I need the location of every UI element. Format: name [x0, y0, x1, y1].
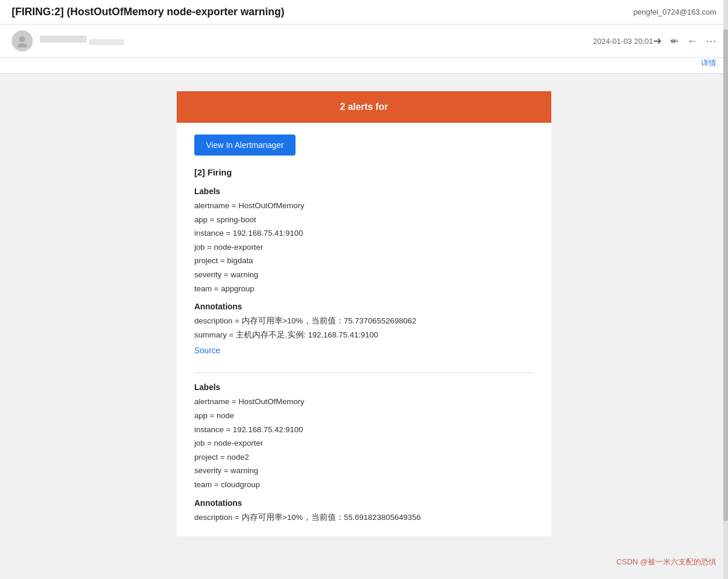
- label-row: severity = warning: [194, 464, 534, 477]
- label-row: alertname = HostOutOfMemory: [194, 199, 534, 212]
- labels-list-2: alertname = HostOutOfMemory app = node i…: [194, 395, 534, 491]
- annotation-row: description = 内存可用率>10%，当前值：75.737065526…: [194, 315, 534, 328]
- label-row: instance = 192.168.75.41:9100: [194, 227, 534, 240]
- email-subject-title: [FIRING:2] (HostOutOfMemory node-exporte…: [12, 6, 284, 18]
- label-row: job = node-exporter: [194, 437, 534, 450]
- label-row: app = node: [194, 409, 534, 422]
- label-row: severity = warning: [194, 268, 534, 281]
- sender-info: [40, 36, 581, 47]
- alert-item-1: Labels alertname = HostOutOfMemory app =…: [194, 187, 534, 367]
- email-date: 2024-01-03 20:01: [593, 37, 653, 46]
- label-row: project = bigdata: [194, 254, 534, 267]
- annotations-title-2: Annotations: [194, 498, 534, 508]
- email-body: 2 alerts for View In Alertmanager [2] Fi…: [177, 91, 551, 536]
- more-icon[interactable]: ⋯: [706, 35, 716, 47]
- reply-icon[interactable]: ←: [687, 35, 698, 47]
- annotations-list-1: description = 内存可用率>10%，当前值：75.737065526…: [194, 315, 534, 341]
- scrollbar-thumb[interactable]: [723, 29, 728, 522]
- avatar: [12, 30, 33, 51]
- svg-point-0: [19, 36, 25, 42]
- label-row: team = cloudgroup: [194, 478, 534, 491]
- source-link-1[interactable]: Source: [194, 346, 220, 355]
- alert-content: View In Alertmanager [2] Firing Labels a…: [177, 123, 551, 536]
- sender-sub-placeholder: [89, 39, 124, 45]
- firing-title: [2] Firing: [194, 167, 534, 177]
- label-row: alertname = HostOutOfMemory: [194, 395, 534, 408]
- label-row: team = appgroup: [194, 282, 534, 295]
- alert-header-text: 2 alerts for: [340, 102, 388, 112]
- main-content: 2 alerts for View In Alertmanager [2] Fi…: [0, 74, 728, 554]
- top-header: [FIRING:2] (HostOutOfMemory node-exporte…: [0, 0, 728, 25]
- annotation-row: description = 内存可用率>10%，当前值：55.691823805…: [194, 511, 534, 524]
- email-action-buttons: ➜ ↞ ← ⋯: [653, 35, 716, 47]
- sender-name-placeholder: [40, 36, 87, 43]
- annotation-row: summary = 主机内存不足,实例: 192.168.75.41:9100: [194, 329, 534, 342]
- user-email: pengfei_0724@163.com: [633, 8, 716, 16]
- label-row: app = spring-boot: [194, 213, 534, 226]
- label-row: project = node2: [194, 451, 534, 464]
- view-alertmanager-button[interactable]: View In Alertmanager: [194, 135, 296, 156]
- alert-item-2: Labels alertname = HostOutOfMemory app =…: [194, 382, 534, 523]
- alert-header: 2 alerts for: [177, 91, 551, 123]
- scrollbar[interactable]: [723, 0, 728, 554]
- forward-icon[interactable]: ➜: [653, 35, 662, 47]
- label-row: job = node-exporter: [194, 241, 534, 254]
- labels-title-2: Labels: [194, 382, 534, 392]
- detail-link[interactable]: 详情: [12, 58, 716, 68]
- email-meta-bar: 2024-01-03 20:01 ➜ ↞ ← ⋯: [0, 25, 728, 58]
- annotations-title-1: Annotations: [194, 302, 534, 311]
- svg-point-1: [18, 43, 27, 47]
- labels-list-1: alertname = HostOutOfMemory app = spring…: [194, 199, 534, 295]
- label-row: instance = 192.168.75.42:9100: [194, 423, 534, 436]
- annotations-list-2: description = 内存可用率>10%，当前值：55.691823805…: [194, 511, 534, 524]
- labels-title-1: Labels: [194, 187, 534, 196]
- reply-all-icon[interactable]: ↞: [670, 35, 679, 47]
- section-divider: [194, 373, 534, 373]
